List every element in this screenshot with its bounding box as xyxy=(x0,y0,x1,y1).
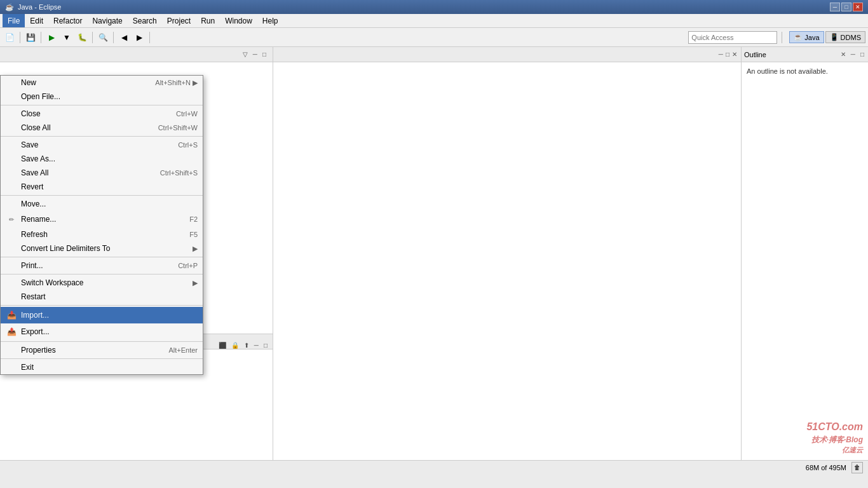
menu-item-close-all[interactable]: Close All Ctrl+Shift+W xyxy=(1,121,203,135)
java-icon: ☕ xyxy=(794,33,803,41)
menu-item-import[interactable]: 📥 Import... xyxy=(1,307,203,323)
left-top-header: ▽ ─ □ xyxy=(0,47,273,62)
run-button[interactable]: ▶ xyxy=(44,30,58,44)
console-minimize-icon[interactable]: ─ xyxy=(253,342,260,349)
separator-after-restart xyxy=(1,305,203,306)
menu-run[interactable]: Run xyxy=(196,14,220,27)
outline-close-icon[interactable]: ✕ xyxy=(839,51,847,58)
close-button[interactable]: ✕ xyxy=(853,3,863,11)
menu-item-move[interactable]: Move... xyxy=(1,197,203,211)
convert-line-label: Convert Line Delimiters To xyxy=(21,244,111,253)
export-icon: 📤 xyxy=(6,326,17,337)
menu-help[interactable]: Help xyxy=(257,14,283,27)
save-all-shortcut: Ctrl+Shift+S xyxy=(160,169,198,177)
left-panel-minimize-icon[interactable]: ▽ xyxy=(241,51,249,58)
menu-search[interactable]: Search xyxy=(128,14,162,27)
open-file-label: Open File... xyxy=(21,92,60,101)
save-shortcut: Ctrl+S xyxy=(178,141,198,149)
left-panel-maximize-icon[interactable]: □ xyxy=(261,51,268,58)
switch-arrow: ▶ xyxy=(193,279,198,287)
import-icon: 📥 xyxy=(6,309,17,321)
memory-usage: 68M of 495M xyxy=(806,464,846,471)
menu-item-switch-workspace[interactable]: Switch Workspace ▶ xyxy=(1,276,203,290)
center-close-icon[interactable]: ✕ xyxy=(731,51,738,58)
center-content xyxy=(273,62,741,474)
print-label: Print... xyxy=(21,261,43,270)
separator-after-revert xyxy=(1,195,203,196)
quick-access-box: ☕ Java 📱 DDMS xyxy=(688,31,865,44)
new-item-shortcut: Alt+Shift+N ▶ xyxy=(155,79,198,87)
outline-title: Outline xyxy=(744,51,766,58)
menu-file[interactable]: File xyxy=(3,14,25,27)
menu-edit[interactable]: Edit xyxy=(25,14,48,27)
outline-controls: ✕ ─ □ xyxy=(839,51,865,58)
separator-2 xyxy=(41,32,41,43)
print-shortcut: Ctrl+P xyxy=(178,262,198,269)
console-maximize-icon[interactable]: □ xyxy=(262,342,269,349)
ddms-perspective-button[interactable]: 📱 DDMS xyxy=(825,31,865,43)
save-button[interactable]: 💾 xyxy=(24,30,37,44)
menu-bar: File Edit Refactor Navigate Search Proje… xyxy=(0,14,868,28)
java-label: Java xyxy=(804,34,819,41)
outline-minimize-icon[interactable]: ─ xyxy=(850,51,857,58)
rename-icon: ✏ xyxy=(6,214,17,225)
exit-label: Exit xyxy=(21,363,34,372)
back-button[interactable]: ◀ xyxy=(117,30,131,44)
menu-item-open-file[interactable]: Open File... xyxy=(1,90,203,104)
menu-item-rename[interactable]: ✏ Rename... F2 xyxy=(1,211,203,227)
ddms-icon: 📱 xyxy=(830,33,839,41)
status-bar: 68M of 495M 🗑 xyxy=(0,460,868,474)
center-minimize-icon[interactable]: ─ xyxy=(717,51,724,58)
menu-item-export[interactable]: 📤 Export... xyxy=(1,323,203,340)
gc-button[interactable]: 🗑 xyxy=(851,462,863,473)
menu-window[interactable]: Window xyxy=(220,14,257,27)
console-tool-1[interactable]: ⬛ xyxy=(217,342,227,349)
java-perspective-button[interactable]: ☕ Java xyxy=(789,31,824,43)
menu-item-convert-line[interactable]: Convert Line Delimiters To ▶ xyxy=(1,241,203,255)
forward-button[interactable]: ▶ xyxy=(132,30,146,44)
menu-item-restart[interactable]: Restart xyxy=(1,290,203,304)
menu-item-close[interactable]: Close Ctrl+W xyxy=(1,107,203,121)
close-label: Close xyxy=(21,109,41,118)
separator-3 xyxy=(92,32,93,43)
app-title: Java - Eclipse xyxy=(18,3,61,11)
restart-label: Restart xyxy=(21,292,46,301)
menu-item-print[interactable]: Print... Ctrl+P xyxy=(1,259,203,273)
console-tool-2[interactable]: 🔒 xyxy=(230,342,240,349)
separator-qa xyxy=(782,32,782,43)
console-tool-3[interactable]: ⬆ xyxy=(243,342,250,349)
separator-after-open xyxy=(1,105,203,105)
menu-project[interactable]: Project xyxy=(162,14,196,27)
right-panel: Outline ✕ ─ □ An outline is not availabl… xyxy=(741,47,868,474)
run-dropdown[interactable]: ▼ xyxy=(60,30,74,44)
left-panel-expand-icon[interactable]: ─ xyxy=(252,51,259,58)
right-panel-header: Outline ✕ ─ □ xyxy=(742,47,868,62)
search-button[interactable]: 🔍 xyxy=(96,30,110,44)
rename-shortcut: F2 xyxy=(189,215,198,223)
menu-item-save-as[interactable]: Save As... xyxy=(1,152,203,166)
title-bar-controls: ─ □ ✕ xyxy=(830,3,863,11)
maximize-button[interactable]: □ xyxy=(841,3,851,11)
center-maximize-icon[interactable]: □ xyxy=(724,51,731,58)
quick-access-input[interactable] xyxy=(688,31,777,44)
menu-item-refresh[interactable]: Refresh F5 xyxy=(1,227,203,241)
separator-4 xyxy=(113,32,114,43)
menu-navigate[interactable]: Navigate xyxy=(87,14,127,27)
perspective-buttons: ☕ Java 📱 DDMS xyxy=(789,31,865,43)
save-as-label: Save As... xyxy=(21,154,55,163)
menu-refactor[interactable]: Refactor xyxy=(48,14,87,27)
debug-button[interactable]: 🐛 xyxy=(75,30,89,44)
menu-item-save[interactable]: Save Ctrl+S xyxy=(1,138,203,152)
menu-item-revert[interactable]: Revert xyxy=(1,180,203,194)
new-button[interactable]: 📄 xyxy=(3,30,17,44)
menu-item-new[interactable]: New Alt+Shift+N ▶ xyxy=(1,76,203,90)
properties-shortcut: Alt+Enter xyxy=(168,346,198,354)
menu-item-properties[interactable]: Properties Alt+Enter xyxy=(1,343,203,357)
minimize-button[interactable]: ─ xyxy=(830,3,840,11)
console-toolbar: ⬛ 🔒 ⬆ ─ □ xyxy=(217,342,273,349)
outline-maximize-icon[interactable]: □ xyxy=(859,51,865,58)
separator-after-properties xyxy=(1,358,203,359)
menu-item-exit[interactable]: Exit xyxy=(1,360,203,374)
title-bar: ☕ Java - Eclipse ─ □ ✕ xyxy=(0,0,868,14)
menu-item-save-all[interactable]: Save All Ctrl+Shift+S xyxy=(1,166,203,180)
